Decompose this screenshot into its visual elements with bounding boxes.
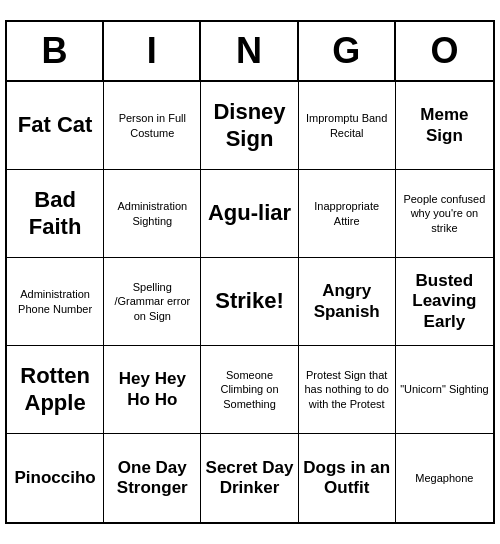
cell-text-2: Disney Sign <box>205 99 293 152</box>
cell-text-5: Bad Faith <box>11 187 99 240</box>
bingo-cell-16: Hey Hey Ho Ho <box>104 346 201 434</box>
header-letter-B: B <box>7 22 104 80</box>
cell-text-23: Dogs in an Outfit <box>303 458 391 499</box>
cell-text-10: Administration Phone Number <box>11 287 99 316</box>
bingo-cell-6: Administration Sighting <box>104 170 201 258</box>
bingo-cell-21: One Day Stronger <box>104 434 201 522</box>
header-letter-N: N <box>201 22 298 80</box>
bingo-cell-9: People confused why you're on strike <box>396 170 493 258</box>
cell-text-9: People confused why you're on strike <box>400 192 489 235</box>
bingo-cell-5: Bad Faith <box>7 170 104 258</box>
header-letter-G: G <box>299 22 396 80</box>
bingo-cell-7: Agu-liar <box>201 170 298 258</box>
bingo-cell-0: Fat Cat <box>7 82 104 170</box>
bingo-cell-11: Spelling /Grammar error on Sign <box>104 258 201 346</box>
bingo-cell-14: Busted Leaving Early <box>396 258 493 346</box>
cell-text-3: Impromptu Band Recital <box>303 111 391 140</box>
cell-text-19: "Unicorn" Sighting <box>400 382 489 396</box>
cell-text-8: Inappropriate Attire <box>303 199 391 228</box>
bingo-grid: Fat CatPerson in Full CostumeDisney Sign… <box>7 82 493 522</box>
cell-text-21: One Day Stronger <box>108 458 196 499</box>
cell-text-24: Megaphone <box>415 471 473 485</box>
bingo-cell-3: Impromptu Band Recital <box>299 82 396 170</box>
bingo-cell-1: Person in Full Costume <box>104 82 201 170</box>
cell-text-11: Spelling /Grammar error on Sign <box>108 280 196 323</box>
cell-text-4: Meme Sign <box>400 105 489 146</box>
cell-text-20: Pinocciho <box>14 468 95 488</box>
header-letter-O: O <box>396 22 493 80</box>
bingo-cell-18: Protest Sign that has nothing to do with… <box>299 346 396 434</box>
cell-text-1: Person in Full Costume <box>108 111 196 140</box>
cell-text-7: Agu-liar <box>208 200 291 226</box>
cell-text-14: Busted Leaving Early <box>400 271 489 332</box>
bingo-cell-17: Someone Climbing on Something <box>201 346 298 434</box>
bingo-header: BINGO <box>7 22 493 82</box>
cell-text-22: Secret Day Drinker <box>205 458 293 499</box>
cell-text-12: Strike! <box>215 288 283 314</box>
bingo-cell-15: Rotten Apple <box>7 346 104 434</box>
bingo-cell-22: Secret Day Drinker <box>201 434 298 522</box>
cell-text-0: Fat Cat <box>18 112 93 138</box>
cell-text-16: Hey Hey Ho Ho <box>108 369 196 410</box>
bingo-cell-12: Strike! <box>201 258 298 346</box>
bingo-cell-24: Megaphone <box>396 434 493 522</box>
cell-text-6: Administration Sighting <box>108 199 196 228</box>
bingo-cell-23: Dogs in an Outfit <box>299 434 396 522</box>
bingo-cell-13: Angry Spanish <box>299 258 396 346</box>
bingo-card: BINGO Fat CatPerson in Full CostumeDisne… <box>5 20 495 524</box>
cell-text-17: Someone Climbing on Something <box>205 368 293 411</box>
bingo-cell-8: Inappropriate Attire <box>299 170 396 258</box>
bingo-cell-20: Pinocciho <box>7 434 104 522</box>
cell-text-13: Angry Spanish <box>303 281 391 322</box>
cell-text-15: Rotten Apple <box>11 363 99 416</box>
bingo-cell-19: "Unicorn" Sighting <box>396 346 493 434</box>
bingo-cell-2: Disney Sign <box>201 82 298 170</box>
header-letter-I: I <box>104 22 201 80</box>
bingo-cell-10: Administration Phone Number <box>7 258 104 346</box>
cell-text-18: Protest Sign that has nothing to do with… <box>303 368 391 411</box>
bingo-cell-4: Meme Sign <box>396 82 493 170</box>
